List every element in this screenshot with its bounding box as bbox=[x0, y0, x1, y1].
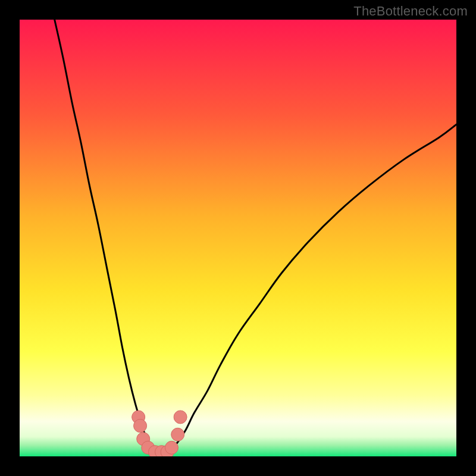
bottleneck-path bbox=[55, 20, 456, 455]
plot-area bbox=[20, 20, 456, 456]
data-marker bbox=[165, 441, 178, 454]
data-marker bbox=[171, 428, 184, 441]
watermark-text: TheBottleneck.com bbox=[353, 4, 468, 19]
data-marker bbox=[174, 411, 187, 424]
outer-frame: TheBottleneck.com bbox=[0, 0, 476, 476]
bottleneck-curve bbox=[20, 20, 456, 456]
data-marker bbox=[134, 419, 147, 433]
